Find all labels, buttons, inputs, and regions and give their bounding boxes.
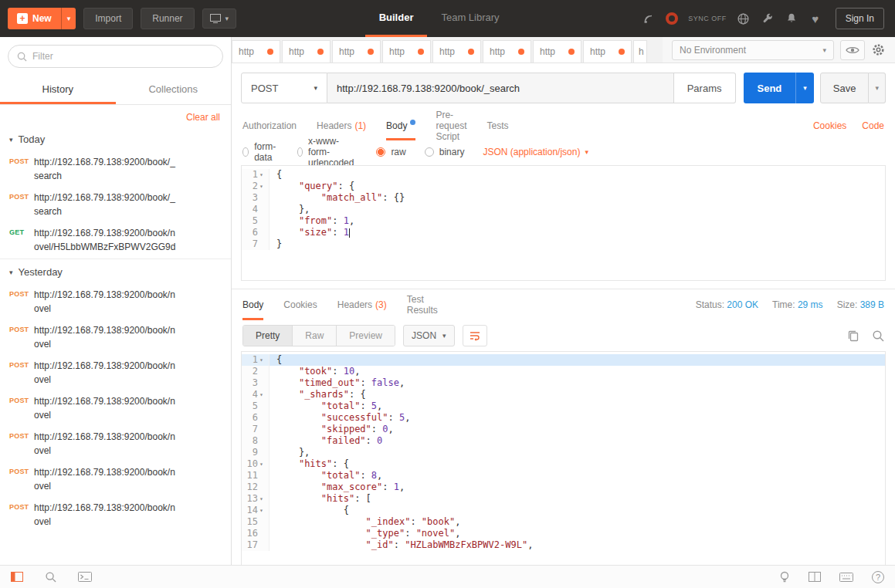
view-pretty[interactable]: Pretty	[243, 326, 293, 346]
request-method-label: POST	[9, 155, 34, 183]
save-button[interactable]: Save	[820, 73, 870, 103]
response-tab-cookies[interactable]: Cookies	[283, 289, 317, 320]
new-dropdown-caret-icon[interactable]: ▾	[61, 8, 76, 29]
body-mode-form-data[interactable]: form-data	[242, 141, 279, 163]
raw-language-select[interactable]: JSON (application/json) ▾	[483, 147, 588, 157]
runner-button[interactable]: Runner	[141, 8, 194, 29]
fold-caret-icon[interactable]: ▾	[259, 181, 266, 192]
history-group-label: Today	[19, 133, 46, 145]
method-label: POST	[251, 83, 278, 94]
sign-in-button[interactable]: Sign In	[836, 8, 884, 29]
request-tab-headers[interactable]: Headers(1)	[317, 111, 366, 140]
cookies-link[interactable]: Cookies	[813, 120, 846, 131]
response-tab-headers[interactable]: Headers(3)	[337, 289, 387, 320]
code-line: 2▾ "query": {	[242, 181, 885, 192]
open-request-tab[interactable]: http	[232, 40, 280, 63]
console-button[interactable]	[78, 572, 92, 582]
history-item[interactable]: POSThttp://192.168.79.138:9200/book/nove…	[0, 391, 231, 427]
body-mode-raw[interactable]: raw	[376, 147, 405, 157]
url-input[interactable]	[327, 73, 674, 103]
interceptor-button[interactable]: ▾	[202, 8, 237, 29]
body-mode-binary[interactable]: binary	[425, 147, 465, 157]
response-language-select[interactable]: JSON ▾	[403, 325, 455, 346]
sidebar-tab-history[interactable]: History	[0, 76, 116, 104]
clear-all-link[interactable]: Clear all	[0, 105, 231, 127]
code-text: "_type": "novel",	[270, 528, 885, 539]
filter-input[interactable]	[32, 51, 214, 62]
view-raw[interactable]: Raw	[293, 326, 337, 346]
open-request-tab[interactable]: http	[332, 40, 381, 63]
settings-gear-button[interactable]	[871, 42, 886, 57]
import-button[interactable]: Import	[83, 8, 133, 29]
request-tab-tests[interactable]: Tests	[486, 111, 508, 140]
history-item[interactable]: POSThttp://192.168.79.138:9200/book/nove…	[0, 356, 231, 391]
request-tab-authorization[interactable]: Authorization	[242, 111, 297, 140]
nav-tab-team-library[interactable]: Team Library	[427, 0, 513, 37]
history-item[interactable]: POSThttp://192.168.79.138:9200/book/nove…	[0, 462, 231, 498]
history-item[interactable]: POSThttp://192.168.79.138:9200/book/nove…	[0, 427, 231, 462]
open-request-tab[interactable]: http	[533, 40, 581, 63]
search-response-button[interactable]	[872, 329, 884, 342]
help-button[interactable]: ?	[872, 571, 884, 583]
history-item[interactable]: POSThttp://192.168.79.138:9200/book/nove…	[0, 498, 231, 533]
code-text: "_shards": {	[270, 389, 885, 400]
history-list: ▾TodayPOSThttp://192.168.79.138:9200/boo…	[0, 127, 231, 565]
request-body-editor[interactable]: 1▾{2▾ "query": {3 "match_all": {}4 },5 "…	[241, 165, 886, 281]
fold-caret-icon[interactable]: ▾	[259, 458, 266, 470]
sidebar-tab-collections[interactable]: Collections	[116, 76, 232, 104]
fold-caret-icon[interactable]: ▾	[259, 505, 266, 516]
history-item[interactable]: POSThttp://192.168.79.138:9200/book/_sea…	[0, 152, 231, 188]
fold-caret-icon[interactable]: ▾	[259, 493, 266, 505]
environment-quick-look-button[interactable]	[840, 40, 865, 60]
response-tab-test-results[interactable]: Test Results	[407, 289, 438, 320]
chevron-down-icon: ▾	[314, 84, 317, 92]
heart-icon[interactable]: ♥	[809, 12, 822, 25]
history-item[interactable]: POSThttp://192.168.79.138:9200/book/nove…	[0, 285, 231, 320]
sync-signal-icon[interactable]	[642, 12, 656, 25]
bootcamp-button[interactable]	[779, 571, 790, 583]
toggle-sidebar-button[interactable]	[11, 572, 23, 582]
history-group-header[interactable]: ▾Yesterday	[0, 259, 231, 285]
shortcuts-button[interactable]	[839, 573, 853, 582]
content-area: HistoryCollections Clear all ▾TodayPOSTh…	[0, 37, 895, 565]
request-tab-body[interactable]: Body	[386, 111, 415, 140]
text-cursor	[349, 228, 350, 238]
request-tab-pre-request-script[interactable]: Pre-request Script	[436, 111, 466, 140]
history-group-header[interactable]: ▾Today	[0, 127, 231, 152]
history-item[interactable]: GEThttp://192.168.79.138:9200/book/novel…	[0, 223, 231, 259]
new-button[interactable]: + New	[8, 8, 61, 29]
global-search-button[interactable]	[45, 571, 56, 583]
method-select[interactable]: POST ▾	[241, 73, 327, 103]
open-request-tab[interactable]: http	[432, 40, 481, 63]
copy-button[interactable]	[847, 329, 859, 342]
response-tab-body[interactable]: Body	[242, 289, 263, 320]
history-item[interactable]: POSThttp://192.168.79.138:9200/book/nove…	[0, 320, 231, 356]
send-button[interactable]: Send	[744, 73, 796, 103]
code-text: "_index": "book",	[270, 516, 885, 528]
nav-tab-builder[interactable]: Builder	[365, 0, 428, 37]
open-request-tab[interactable]: http	[483, 40, 531, 63]
environment-select[interactable]: No Environment ▾	[672, 40, 834, 60]
code-link[interactable]: Code	[862, 120, 884, 131]
body-mode-x-www-form-urlencoded[interactable]: x-www-form-urlencoded	[297, 136, 358, 168]
line-number: 15	[242, 516, 270, 528]
bell-icon[interactable]	[785, 12, 798, 25]
globe-icon[interactable]	[737, 12, 751, 25]
two-pane-view-button[interactable]	[809, 572, 821, 582]
fold-caret-icon[interactable]: ▾	[259, 389, 266, 400]
open-request-tab[interactable]: http	[282, 40, 331, 63]
fold-caret-icon[interactable]: ▾	[259, 169, 266, 181]
send-dropdown-caret-icon[interactable]: ▾	[795, 73, 814, 103]
open-request-tab[interactable]: http	[583, 40, 632, 63]
wrap-text-button[interactable]	[463, 325, 487, 346]
view-preview[interactable]: Preview	[337, 326, 395, 346]
fold-caret-icon[interactable]: ▾	[259, 354, 266, 366]
save-dropdown-caret-icon[interactable]: ▾	[869, 73, 886, 103]
open-request-tab-partial[interactable]: h	[633, 40, 647, 63]
params-button[interactable]: Params	[674, 73, 736, 103]
response-meta-item: Size: 389 B	[837, 299, 884, 310]
wrench-icon[interactable]	[761, 12, 775, 25]
open-request-tab[interactable]: http	[382, 40, 431, 63]
sync-status-icon[interactable]	[666, 12, 678, 25]
history-item[interactable]: POSThttp://192.168.79.138:9200/book/_sea…	[0, 188, 231, 223]
